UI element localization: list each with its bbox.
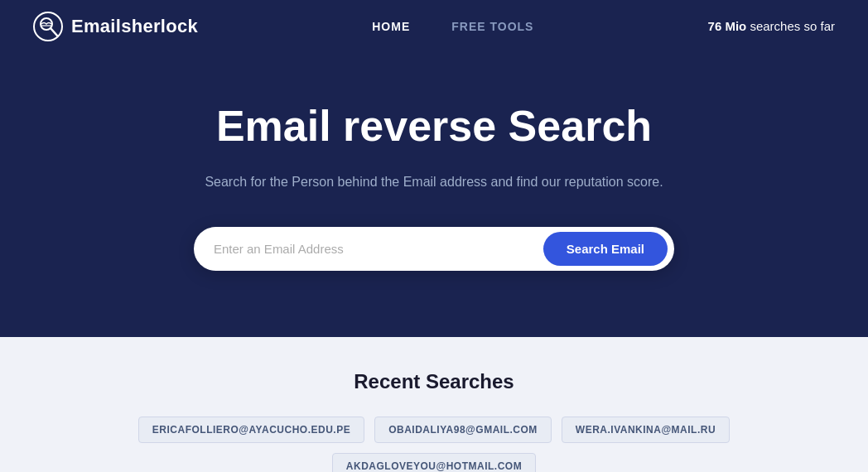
recent-tag[interactable]: ERICAFOLLIERO@AYACUCHO.EDU.PE [138,417,364,443]
email-input[interactable] [214,242,543,256]
logo-text: Emailsherlock [71,16,198,37]
hero-title: Email reverse Search [216,102,652,152]
svg-point-0 [34,12,62,41]
recent-searches-title: Recent Searches [354,370,514,393]
nav-free-tools[interactable]: FREE TOOLS [451,20,533,33]
recent-tag[interactable]: AKDAGLOVEYOU@HOTMAIL.COM [332,453,536,472]
search-count-rest: searches so far [746,19,835,33]
hero-section: Email reverse Search Search for the Pers… [0,52,868,337]
nav: HOME FREE TOOLS [372,20,533,33]
recent-tags-list: ERICAFOLLIERO@AYACUCHO.EDU.PEOBAIDALIYA9… [33,417,835,472]
search-count-display: 76 Mio searches so far [708,19,835,33]
search-button[interactable]: Search Email [543,232,668,266]
hero-subtitle: Search for the Person behind the Email a… [205,171,663,193]
nav-home[interactable]: HOME [372,20,410,33]
header: Emailsherlock HOME FREE TOOLS 76 Mio sea… [0,0,868,52]
search-bar: Search Email [194,227,674,271]
logo-icon [33,12,63,41]
recent-tag[interactable]: OBAIDALIYA98@GMAIL.COM [374,417,552,443]
search-count-bold: 76 Mio [708,19,747,33]
logo-area: Emailsherlock [33,12,198,41]
recent-searches-section: Recent Searches ERICAFOLLIERO@AYACUCHO.E… [0,337,868,472]
recent-tag[interactable]: WERA.IVANKINA@MAIL.RU [562,417,730,443]
svg-line-2 [51,28,57,36]
